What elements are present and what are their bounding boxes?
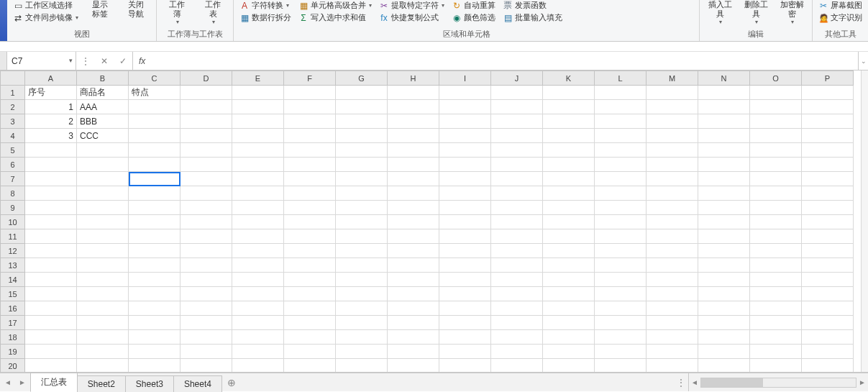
cell[interactable] (698, 258, 750, 273)
cell[interactable] (129, 316, 181, 330)
cell[interactable] (595, 287, 647, 301)
cell[interactable] (25, 273, 77, 287)
cell[interactable] (647, 359, 698, 373)
workbook-button[interactable]: 工作 薄 ▾ (161, 0, 193, 25)
cell[interactable] (129, 129, 181, 143)
cell[interactable] (647, 287, 698, 301)
cell[interactable] (336, 229, 388, 244)
vertical-scrollbar-gutter[interactable] (861, 70, 868, 372)
cell[interactable] (232, 100, 284, 114)
cell[interactable] (543, 287, 595, 301)
cell[interactable] (232, 143, 284, 158)
cell[interactable] (181, 301, 232, 316)
cell[interactable] (129, 100, 181, 114)
cell[interactable] (595, 316, 647, 330)
cell[interactable] (595, 86, 647, 100)
cell[interactable] (698, 229, 750, 244)
cell[interactable] (439, 158, 491, 172)
cell[interactable] (647, 158, 698, 172)
cell[interactable] (491, 100, 543, 114)
cell[interactable] (802, 114, 854, 129)
cell[interactable] (595, 301, 647, 316)
cell[interactable] (232, 273, 284, 287)
cell[interactable] (439, 345, 491, 359)
cell[interactable] (77, 273, 129, 287)
cell[interactable] (491, 129, 543, 143)
cell[interactable] (336, 143, 388, 158)
cell[interactable] (129, 244, 181, 258)
cell[interactable] (802, 316, 854, 330)
cell[interactable] (181, 86, 232, 100)
cell[interactable] (491, 158, 543, 172)
cell[interactable] (439, 172, 491, 186)
cell[interactable] (439, 114, 491, 129)
cell[interactable] (181, 316, 232, 330)
cell[interactable] (698, 316, 750, 330)
cell[interactable] (284, 330, 336, 345)
cell[interactable] (77, 244, 129, 258)
cell[interactable]: 1 (25, 100, 77, 114)
cell[interactable] (129, 229, 181, 244)
cell[interactable] (232, 186, 284, 201)
cell[interactable] (595, 258, 647, 273)
cell[interactable] (336, 100, 388, 114)
cell[interactable] (491, 86, 543, 100)
row-header[interactable]: 14 (1, 273, 25, 287)
column-header[interactable]: L (595, 71, 647, 86)
cell[interactable] (388, 287, 439, 301)
cell[interactable] (543, 301, 595, 316)
cell[interactable] (77, 316, 129, 330)
cell[interactable] (439, 287, 491, 301)
cell[interactable] (543, 172, 595, 186)
cell[interactable] (129, 287, 181, 301)
cell[interactable] (802, 158, 854, 172)
cell[interactable] (802, 215, 854, 229)
cell[interactable] (284, 172, 336, 186)
cell[interactable] (181, 186, 232, 201)
cell[interactable] (439, 244, 491, 258)
cell[interactable] (388, 172, 439, 186)
cell[interactable] (698, 114, 750, 129)
cell[interactable] (77, 330, 129, 345)
cell[interactable] (284, 201, 336, 215)
cell[interactable] (388, 158, 439, 172)
scroll-left-button[interactable]: ◄ (689, 378, 700, 386)
cell[interactable] (750, 201, 802, 215)
column-header[interactable]: F (284, 71, 336, 86)
cell[interactable] (25, 186, 77, 201)
auto-recalc-button[interactable]: ↻自动重算 (450, 0, 497, 11)
cell[interactable] (336, 301, 388, 316)
cell[interactable] (284, 229, 336, 244)
formula-bar-expand[interactable]: ⌄ (858, 52, 868, 70)
horizontal-scrollbar[interactable]: ◄ ► (688, 373, 868, 391)
tab-menu-button[interactable]: ⋮ (674, 373, 688, 391)
cell[interactable] (698, 345, 750, 359)
cell[interactable] (543, 201, 595, 215)
cell[interactable]: 2 (25, 114, 77, 129)
cell[interactable] (802, 345, 854, 359)
cell[interactable] (284, 114, 336, 129)
delete-tool-button[interactable]: 删除工 具▾ (740, 0, 772, 25)
cell[interactable] (698, 172, 750, 186)
cell[interactable] (336, 201, 388, 215)
cell[interactable] (181, 172, 232, 186)
nav-prev-button[interactable]: ◄ (4, 378, 12, 386)
cell[interactable] (181, 229, 232, 244)
cell[interactable] (336, 86, 388, 100)
cell[interactable] (336, 258, 388, 273)
cell[interactable] (647, 215, 698, 229)
cell[interactable] (491, 359, 543, 373)
row-header[interactable]: 17 (1, 316, 25, 330)
column-header[interactable]: P (802, 71, 854, 86)
row-header[interactable]: 1 (1, 86, 25, 100)
cell[interactable] (25, 316, 77, 330)
cell[interactable] (439, 229, 491, 244)
cell[interactable] (698, 330, 750, 345)
cell[interactable] (543, 129, 595, 143)
cell[interactable] (543, 100, 595, 114)
cell[interactable] (284, 129, 336, 143)
cell[interactable] (647, 114, 698, 129)
row-header[interactable]: 2 (1, 100, 25, 114)
cell[interactable] (698, 287, 750, 301)
cell[interactable] (543, 258, 595, 273)
